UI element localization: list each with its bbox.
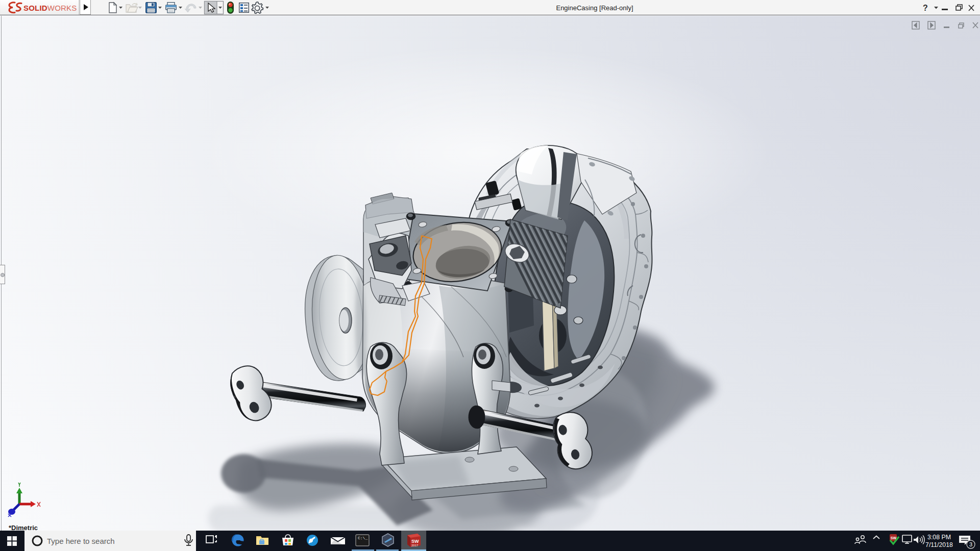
svg-text:7/11/2018: 7/11/2018 [925,541,953,548]
svg-text:?: ? [923,4,928,12]
svg-text:SW: SW [411,539,419,544]
svg-text:3: 3 [969,541,972,547]
svg-text:3:08 PM: 3:08 PM [927,534,951,541]
svg-text:2017: 2017 [411,544,419,547]
svg-text:C:\_: C:\_ [358,536,368,540]
svg-text:SOLIDWORKS: SOLIDWORKS [23,4,77,12]
svg-text:SW: SW [891,536,897,540]
